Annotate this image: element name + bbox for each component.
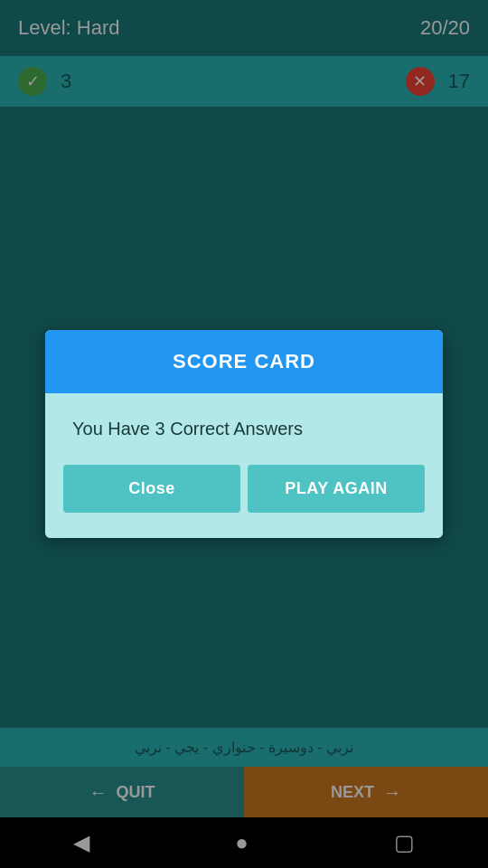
modal-header: SCORE CARD — [45, 330, 443, 393]
modal-message: You Have 3 Correct Answers — [63, 419, 425, 458]
modal-title: SCORE CARD — [173, 350, 315, 373]
modal-buttons: Close PLAY AGAIN — [63, 465, 425, 513]
play-again-button[interactable]: PLAY AGAIN — [248, 465, 425, 513]
close-button[interactable]: Close — [63, 465, 240, 513]
score-card-modal: SCORE CARD You Have 3 Correct Answers Cl… — [45, 330, 443, 538]
modal-body: You Have 3 Correct Answers Close PLAY AG… — [45, 393, 443, 538]
modal-overlay: SCORE CARD You Have 3 Correct Answers Cl… — [0, 0, 488, 868]
